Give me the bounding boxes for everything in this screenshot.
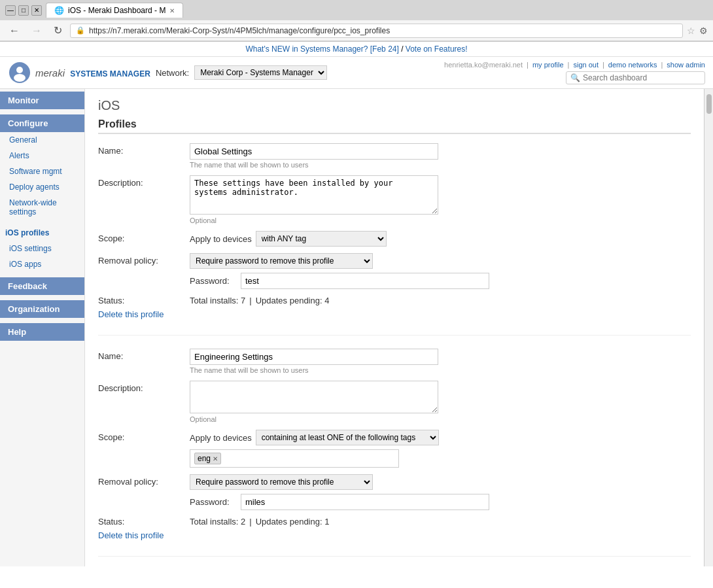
profile-1-status-row: Status: Total installs: 7 | Updates pend…	[98, 296, 691, 305]
lock-icon: 🔒	[76, 26, 85, 35]
minimize-button[interactable]: —	[5, 5, 16, 16]
network-dropdown[interactable]: Meraki Corp - Systems Manager	[194, 65, 327, 80]
profile-1-desc-textarea[interactable]: These settings have been installed by yo…	[190, 175, 438, 215]
configure-section: Configure General Alerts Software mgmt D…	[0, 112, 84, 222]
profile-1-status-installs: Total installs: 7	[190, 296, 245, 305]
help-section: Help	[0, 320, 84, 343]
address-bar: 🔒 https://n7.meraki.com/Meraki-Corp-Syst…	[70, 24, 683, 38]
profile-1-password-label: Password:	[190, 276, 237, 286]
sidebar-item-ios-settings[interactable]: iOS settings	[0, 241, 84, 256]
profile-1-status-label: Status:	[98, 296, 190, 305]
sidebar-item-ios-profiles[interactable]: iOS profiles	[0, 225, 84, 241]
tag-eng-remove[interactable]: ✕	[213, 455, 218, 462]
profile-2-name-hint: The name that will be shown to users	[190, 366, 691, 374]
refresh-button[interactable]: ↻	[50, 23, 66, 38]
close-button[interactable]: ✕	[31, 5, 42, 16]
profile-2-tags-area[interactable]: eng ✕	[190, 449, 399, 468]
show-admin-link[interactable]: show admin	[667, 61, 705, 69]
profile-2-desc-label: Description:	[98, 381, 190, 393]
browser-chrome: — □ ✕ 🌐 iOS - Meraki Dashboard - M ✕ ← →…	[0, 0, 713, 42]
profile-2-desc-hint: Optional	[190, 415, 691, 423]
profile-2-removal-select[interactable]: Require password to remove this profile …	[190, 474, 373, 490]
profile-1-name-row: Name: The name that will be shown to use…	[98, 143, 691, 169]
profile-2-desc-field: Optional	[190, 381, 691, 423]
vote-features-link[interactable]: Vote on Features!	[406, 44, 468, 54]
search-input[interactable]	[583, 73, 701, 82]
profile-2-desc-textarea[interactable]	[190, 381, 438, 413]
profile-1-scope-prefix: Apply to devices	[190, 234, 252, 244]
profile-2-password-input[interactable]	[241, 494, 489, 510]
monitor-header[interactable]: Monitor	[0, 92, 84, 109]
organization-section: Organization	[0, 298, 84, 320]
window-controls: — □ ✕	[5, 5, 42, 16]
profile-1-scope-select[interactable]: with ANY tag containing at least ONE of …	[256, 231, 387, 247]
bookmark-icon[interactable]: ☆	[687, 26, 695, 36]
sidebar-item-software-mgmt[interactable]: Software mgmt	[0, 164, 84, 179]
vertical-scrollbar[interactable]	[704, 89, 713, 566]
profile-1-delete-link[interactable]: Delete this profile	[98, 309, 691, 319]
svg-point-1	[16, 67, 23, 73]
meraki-icon	[8, 61, 31, 84]
sidebar-item-network-wide[interactable]: Network-wide settings	[0, 195, 84, 220]
profile-1-removal-row: Removal policy: Require password to remo…	[98, 253, 691, 289]
tag-eng-text: eng	[198, 454, 211, 463]
feedback-section: Feedback	[0, 275, 84, 298]
extension-icon[interactable]: ⚙	[699, 26, 708, 36]
tab-favicon: 🌐	[54, 6, 64, 15]
feedback-header[interactable]: Feedback	[0, 277, 84, 295]
demo-networks-link[interactable]: demo networks	[608, 61, 657, 69]
profile-1-name-field: The name that will be shown to users	[190, 143, 691, 169]
profile-1-password-input[interactable]	[241, 273, 489, 289]
profile-1-password-row: Password:	[190, 273, 691, 289]
profile-2-status-sep: |	[249, 517, 251, 527]
organization-header[interactable]: Organization	[0, 300, 84, 318]
profile-1-scope-label: Scope:	[98, 231, 190, 243]
logo-sm-text: SYSTEMS MANAGER	[70, 69, 150, 78]
nav-bar: ← → ↻ 🔒 https://n7.meraki.com/Meraki-Cor…	[0, 20, 713, 41]
profile-1-desc-hint: Optional	[190, 216, 691, 224]
title-bar: — □ ✕ 🌐 iOS - Meraki Dashboard - M ✕	[0, 0, 713, 20]
sidebar-item-ios-apps[interactable]: iOS apps	[0, 256, 84, 272]
profile-2-scope-select[interactable]: containing at least ONE of the following…	[256, 430, 439, 445]
help-header[interactable]: Help	[0, 323, 84, 341]
profile-2-name-field: The name that will be shown to users	[190, 349, 691, 374]
profile-2-status-label: Status:	[98, 517, 190, 527]
profile-1-removal-select[interactable]: Require password to remove this profile …	[190, 253, 373, 269]
sidebar-item-deploy-agents[interactable]: Deploy agents	[0, 179, 84, 195]
sidebar-item-alerts[interactable]: Alerts	[0, 148, 84, 164]
search-icon: 🔍	[570, 73, 580, 82]
profile-2-password-label: Password:	[190, 497, 237, 507]
tab-close-icon[interactable]: ✕	[169, 7, 175, 14]
profile-block-1: Name: The name that will be shown to use…	[98, 143, 691, 336]
profile-2-name-input[interactable]	[190, 349, 438, 365]
svg-point-2	[14, 74, 26, 82]
profile-1-scope-field: Apply to devices with ANY tag containing…	[190, 231, 691, 247]
profile-1-desc-field: These settings have been installed by yo…	[190, 175, 691, 224]
profile-2-delete-link[interactable]: Delete this profile	[98, 530, 691, 540]
my-profile-link[interactable]: my profile	[532, 61, 564, 69]
sign-out-link[interactable]: sign out	[573, 61, 599, 69]
sidebar-item-general[interactable]: General	[0, 132, 84, 148]
logo-area: meraki SYSTEMS MANAGER Network: Meraki C…	[8, 61, 327, 84]
profile-2-status-installs: Total installs: 2	[190, 517, 245, 527]
sidebar: Monitor Configure General Alerts Softwar…	[0, 89, 85, 566]
back-button[interactable]: ←	[5, 24, 24, 38]
profile-2-scope-field: Apply to devices containing at least ONE…	[190, 430, 691, 468]
maximize-button[interactable]: □	[18, 5, 29, 16]
profile-1-name-label: Name:	[98, 143, 190, 156]
profile-2-status-row: Status: Total installs: 2 | Updates pend…	[98, 517, 691, 527]
profile-2-name-label: Name:	[98, 349, 190, 361]
profile-2-removal-field: Require password to remove this profile …	[190, 474, 691, 510]
profile-block-2: Name: The name that will be shown to use…	[98, 349, 691, 557]
forward-button[interactable]: →	[27, 24, 46, 38]
network-selector: Network: Meraki Corp - Systems Manager	[156, 65, 327, 80]
whats-new-link[interactable]: What's NEW in Systems Manager? [Feb 24]	[245, 44, 398, 54]
user-email: henrietta.ko@meraki.net	[444, 61, 523, 69]
main-area: Monitor Configure General Alerts Softwar…	[0, 89, 713, 566]
logo-brand-text: meraki SYSTEMS MANAGER	[35, 67, 150, 78]
active-tab[interactable]: 🌐 iOS - Meraki Dashboard - M ✕	[46, 3, 183, 18]
configure-header[interactable]: Configure	[0, 114, 84, 132]
profile-1-name-input[interactable]	[190, 143, 438, 160]
info-bar: What's NEW in Systems Manager? [Feb 24] …	[0, 42, 713, 57]
address-text[interactable]: https://n7.meraki.com/Meraki-Corp-Syst/n…	[89, 26, 677, 35]
